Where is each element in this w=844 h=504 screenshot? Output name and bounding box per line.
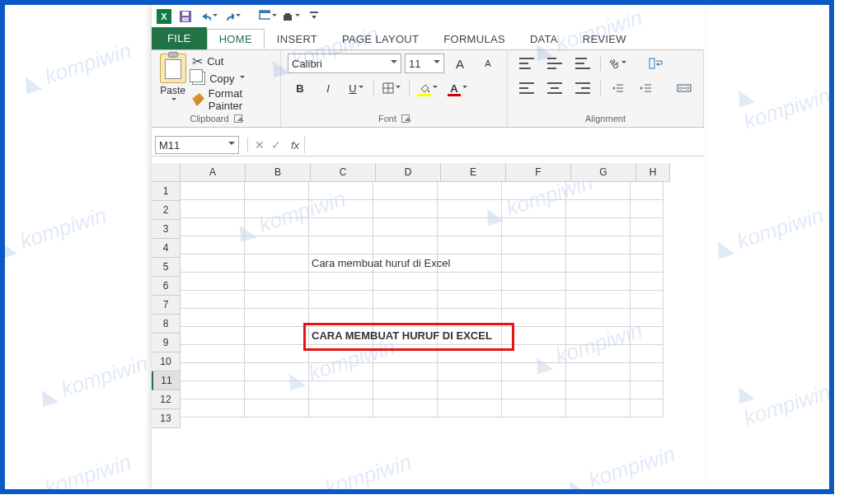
row-header[interactable]: 5 xyxy=(152,258,181,277)
row-header[interactable]: 9 xyxy=(152,334,181,352)
cell[interactable] xyxy=(566,345,631,363)
col-header[interactable]: C xyxy=(311,163,376,182)
cell[interactable] xyxy=(631,236,663,254)
cell[interactable] xyxy=(373,363,438,381)
cell[interactable] xyxy=(245,200,309,218)
cell[interactable] xyxy=(373,273,438,291)
col-header[interactable]: D xyxy=(376,163,441,182)
cell[interactable] xyxy=(438,200,502,218)
cell[interactable] xyxy=(373,218,438,236)
cell[interactable] xyxy=(245,381,309,399)
cell[interactable] xyxy=(438,381,502,399)
cell[interactable] xyxy=(502,291,566,309)
cell[interactable] xyxy=(181,291,245,309)
cell[interactable] xyxy=(245,399,309,418)
qat-customize-2[interactable] xyxy=(282,7,300,26)
cell[interactable] xyxy=(631,273,663,291)
col-header[interactable]: A xyxy=(181,163,246,182)
row-header[interactable]: 6 xyxy=(152,277,181,296)
cell[interactable] xyxy=(181,327,245,345)
formula-bar[interactable] xyxy=(304,137,704,153)
cell[interactable] xyxy=(566,309,631,327)
font-size-combo[interactable]: 11 xyxy=(405,54,444,73)
row-header[interactable]: 3 xyxy=(152,220,181,239)
cell[interactable] xyxy=(566,200,631,218)
row-header[interactable]: 10 xyxy=(152,352,181,371)
cell[interactable] xyxy=(373,200,438,218)
cell[interactable] xyxy=(309,399,373,418)
row-header[interactable]: 4 xyxy=(152,239,181,258)
cell[interactable] xyxy=(181,254,245,273)
align-top-button[interactable] xyxy=(514,54,539,73)
col-header[interactable]: G xyxy=(571,163,636,182)
cell[interactable] xyxy=(566,236,631,254)
row-header[interactable]: 13 xyxy=(152,409,181,428)
cell[interactable] xyxy=(631,218,663,236)
wrap-text-button[interactable] xyxy=(644,54,668,73)
redo-icon[interactable] xyxy=(223,7,241,26)
qat-customize-1[interactable] xyxy=(259,7,277,26)
cell[interactable] xyxy=(566,273,631,291)
cell[interactable] xyxy=(373,399,438,418)
cell[interactable] xyxy=(309,200,373,218)
italic-button[interactable]: I xyxy=(316,78,340,98)
cell[interactable] xyxy=(245,363,309,381)
cell[interactable] xyxy=(373,381,438,399)
col-header[interactable]: F xyxy=(506,163,571,182)
cell[interactable] xyxy=(181,363,245,381)
align-middle-button[interactable] xyxy=(542,54,567,73)
clipboard-dialog-launcher[interactable] xyxy=(234,114,242,123)
enter-formula-icon[interactable]: ✓ xyxy=(271,138,281,152)
cell[interactable] xyxy=(566,291,631,309)
cell[interactable] xyxy=(631,381,663,399)
cell[interactable] xyxy=(309,291,373,309)
grow-font-button[interactable]: A xyxy=(448,54,472,73)
cell[interactable] xyxy=(438,218,502,236)
cell[interactable] xyxy=(631,200,663,218)
fill-color-button[interactable] xyxy=(415,78,441,98)
align-bottom-button[interactable] xyxy=(570,54,595,73)
cell[interactable] xyxy=(181,273,245,291)
cell-c5[interactable]: Cara membuat huruf di Excel xyxy=(309,254,373,273)
tab-insert[interactable]: INSERT xyxy=(265,29,330,49)
tab-formulas[interactable]: FORMULAS xyxy=(431,29,518,49)
cell[interactable] xyxy=(438,291,502,309)
decrease-indent-button[interactable] xyxy=(606,78,631,98)
cell[interactable] xyxy=(502,254,566,273)
cell[interactable] xyxy=(566,363,631,381)
cell[interactable] xyxy=(502,200,566,218)
cell[interactable] xyxy=(181,182,245,200)
cell[interactable] xyxy=(373,236,438,254)
cell[interactable] xyxy=(309,381,373,399)
cell[interactable] xyxy=(245,182,309,200)
cell[interactable] xyxy=(502,363,566,381)
col-header[interactable]: H xyxy=(636,163,670,182)
cell[interactable] xyxy=(181,399,245,418)
cell[interactable] xyxy=(631,182,663,200)
cell[interactable] xyxy=(309,236,373,254)
cell[interactable] xyxy=(181,309,245,327)
cell[interactable] xyxy=(309,363,373,381)
save-icon[interactable] xyxy=(176,7,195,26)
qat-more[interactable] xyxy=(305,7,323,26)
cell[interactable] xyxy=(181,381,245,399)
orientation-button[interactable]: ab xyxy=(606,54,631,73)
cell[interactable] xyxy=(502,236,566,254)
cell[interactable] xyxy=(566,381,631,399)
format-painter-button[interactable]: Format Painter xyxy=(192,87,274,112)
shrink-font-button[interactable]: A xyxy=(476,54,500,73)
cell[interactable] xyxy=(245,236,309,254)
row-header[interactable]: 1 xyxy=(152,182,181,201)
borders-button[interactable] xyxy=(379,78,404,98)
bold-button[interactable]: B xyxy=(288,78,312,98)
col-header[interactable]: E xyxy=(441,163,506,182)
cell[interactable] xyxy=(309,273,373,291)
cut-button[interactable]: ✂Cut xyxy=(192,54,274,69)
fx-icon[interactable]: fx xyxy=(291,139,299,152)
align-right-button[interactable] xyxy=(570,78,595,98)
col-header[interactable]: B xyxy=(246,163,311,182)
cell[interactable] xyxy=(566,182,631,200)
undo-icon[interactable] xyxy=(199,7,218,26)
cell[interactable] xyxy=(309,218,373,236)
tab-data[interactable]: DATA xyxy=(518,29,570,49)
